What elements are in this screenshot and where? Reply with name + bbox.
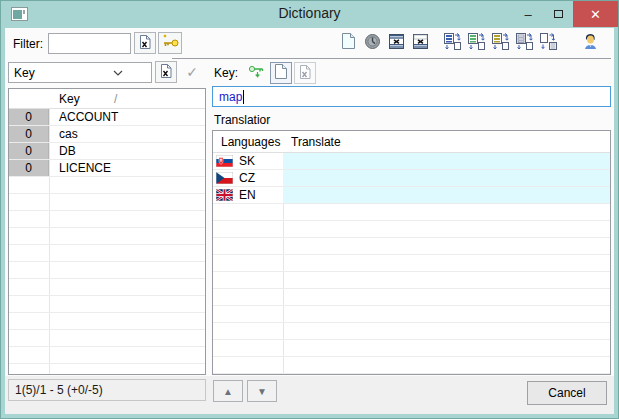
table-row[interactable] xyxy=(9,279,205,296)
translate-cell[interactable] xyxy=(283,340,610,356)
transfer-blue-button[interactable] xyxy=(441,31,463,54)
table-row[interactable] xyxy=(213,340,610,357)
translate-cell[interactable] xyxy=(283,272,610,288)
translate-cell[interactable] xyxy=(283,306,610,322)
table-row[interactable] xyxy=(213,289,610,306)
table-row[interactable] xyxy=(213,306,610,323)
table-row[interactable]: 0LICENCE xyxy=(9,160,205,177)
count-cell xyxy=(9,296,49,312)
table-row[interactable] xyxy=(9,228,205,245)
table-row[interactable]: 0cas xyxy=(9,126,205,143)
translate-cell[interactable] xyxy=(283,255,610,271)
history-button[interactable] xyxy=(361,31,383,54)
key-cell[interactable]: LICENCE xyxy=(49,160,205,176)
translate-cell[interactable] xyxy=(283,153,610,169)
translation-table[interactable]: Languages Translate SKCZEN xyxy=(212,130,611,375)
filter-label: Filter: xyxy=(13,37,43,51)
key-cell[interactable] xyxy=(49,313,205,329)
key-lookup-button[interactable] xyxy=(246,62,268,84)
delete-rows-button[interactable] xyxy=(385,31,407,54)
table-row[interactable]: 0ACCOUNT xyxy=(9,109,205,126)
language-cell xyxy=(213,272,283,288)
table-row[interactable] xyxy=(213,357,610,374)
translation-header[interactable]: Languages Translate xyxy=(213,131,610,153)
table-row[interactable] xyxy=(9,347,205,364)
cancel-button[interactable]: Cancel xyxy=(527,381,607,405)
key-cell[interactable] xyxy=(49,211,205,227)
clear-field-filter-button[interactable] xyxy=(155,61,177,83)
key-cell[interactable] xyxy=(49,228,205,244)
clear-key-button[interactable] xyxy=(294,62,316,84)
key-cell[interactable] xyxy=(49,330,205,346)
transfer-green-button[interactable] xyxy=(465,31,487,54)
table-row[interactable]: EN xyxy=(213,187,610,204)
dictionary-window: Dictionary – ✕ Filter: xyxy=(0,0,619,419)
translate-cell[interactable] xyxy=(283,374,610,375)
key-cell[interactable] xyxy=(49,194,205,210)
filter-input[interactable] xyxy=(48,33,131,54)
table-row[interactable] xyxy=(213,255,610,272)
new-document-button[interactable] xyxy=(337,31,359,54)
translate-column-header[interactable]: Translate xyxy=(291,135,341,149)
translate-cell[interactable] xyxy=(283,187,610,203)
table-row[interactable]: SK xyxy=(213,153,610,170)
table-row[interactable] xyxy=(9,262,205,279)
table-row[interactable] xyxy=(9,194,205,211)
table-row[interactable] xyxy=(9,330,205,347)
transfer-outline-button[interactable] xyxy=(513,31,535,54)
table-row[interactable] xyxy=(9,296,205,313)
key-cell[interactable] xyxy=(49,279,205,295)
languages-column-header[interactable]: Languages xyxy=(221,135,280,149)
close-button[interactable]: ✕ xyxy=(573,1,618,27)
key-cell[interactable] xyxy=(49,296,205,312)
table-row[interactable] xyxy=(213,323,610,340)
translate-cell[interactable] xyxy=(283,323,610,339)
key-cell[interactable] xyxy=(49,347,205,363)
titlebar[interactable]: Dictionary – ✕ xyxy=(1,1,618,28)
key-cell[interactable]: ACCOUNT xyxy=(49,109,205,125)
key-column-header[interactable]: Key xyxy=(59,92,80,106)
maximize-button[interactable] xyxy=(543,1,573,27)
translate-cell[interactable] xyxy=(283,170,610,186)
translate-cell[interactable] xyxy=(283,357,610,373)
apply-filter-check[interactable]: ✓ xyxy=(181,61,203,83)
key-cell[interactable] xyxy=(49,245,205,261)
table-row[interactable] xyxy=(9,245,205,262)
key-input[interactable]: map xyxy=(212,86,611,107)
key-list-header[interactable]: Key / xyxy=(9,89,205,109)
table-row[interactable]: 0DB xyxy=(9,143,205,160)
new-key-button[interactable] xyxy=(270,62,292,84)
minimize-button[interactable]: – xyxy=(513,1,543,27)
generate-key-button[interactable] xyxy=(158,32,182,54)
delete-row-button[interactable] xyxy=(409,31,431,54)
table-row[interactable] xyxy=(213,374,610,375)
table-row[interactable] xyxy=(213,272,610,289)
table-row[interactable] xyxy=(9,211,205,228)
clear-filter-button[interactable] xyxy=(134,32,156,54)
transfer-pages-button[interactable] xyxy=(537,31,559,54)
table-row[interactable] xyxy=(9,177,205,194)
field-selector-dropdown[interactable]: Key xyxy=(8,62,152,83)
table-row[interactable]: CZ xyxy=(213,170,610,187)
key-yellow-icon xyxy=(161,34,180,53)
translate-cell[interactable] xyxy=(283,221,610,237)
transfer-yellow-button[interactable] xyxy=(489,31,511,54)
key-cell[interactable] xyxy=(49,262,205,278)
key-cell[interactable] xyxy=(49,177,205,193)
table-row[interactable] xyxy=(213,204,610,221)
table-row[interactable] xyxy=(9,364,205,375)
key-cell[interactable] xyxy=(49,364,205,375)
table-row[interactable] xyxy=(9,313,205,330)
move-up-button[interactable]: ▲ xyxy=(213,380,243,402)
key-cell[interactable]: DB xyxy=(49,143,205,159)
key-list-table[interactable]: Key / 0ACCOUNT0cas0DB0LICENCE xyxy=(8,88,206,375)
table-row[interactable] xyxy=(213,221,610,238)
move-down-button[interactable]: ▼ xyxy=(247,380,277,402)
translate-cell[interactable] xyxy=(283,238,610,254)
key-cell[interactable]: cas xyxy=(49,126,205,142)
user-button[interactable] xyxy=(579,31,601,54)
transfer-green-list-icon xyxy=(467,32,486,54)
table-row[interactable] xyxy=(213,238,610,255)
translate-cell[interactable] xyxy=(283,289,610,305)
translate-cell[interactable] xyxy=(283,204,610,220)
